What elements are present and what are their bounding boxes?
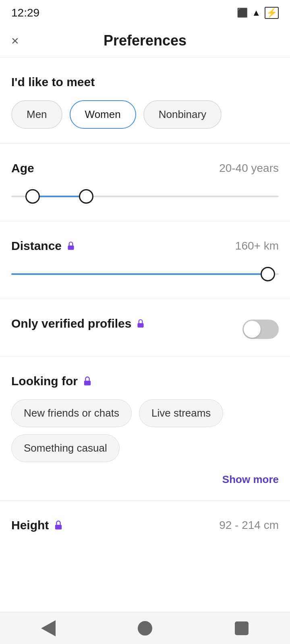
svg-rect-1 — [138, 323, 144, 328]
lock-icon-height — [53, 520, 64, 531]
meet-section: I'd like to meet Men Women Nonbinary — [0, 58, 290, 144]
header: × Preferences — [0, 24, 290, 58]
looking-for-section: Looking for New friends or chats Live st… — [0, 357, 290, 501]
distance-slider-fill — [11, 273, 268, 275]
distance-slider[interactable] — [11, 264, 279, 284]
status-time: 12:29 — [11, 6, 39, 19]
lock-icon-verified — [135, 318, 146, 329]
distance-slider-track — [11, 273, 279, 275]
looking-for-label: Looking for — [11, 374, 279, 388]
nav-back-button[interactable] — [38, 618, 59, 639]
chip-live-streams[interactable]: Live streams — [139, 399, 223, 427]
gender-btn-nonbinary[interactable]: Nonbinary — [143, 100, 222, 129]
svg-rect-2 — [84, 381, 91, 386]
chip-new-friends[interactable]: New friends or chats — [11, 399, 132, 427]
verified-label: Only verified profiles — [11, 317, 146, 330]
age-label: Age — [11, 161, 34, 175]
chips-container: New friends or chats Live streams Someth… — [11, 399, 279, 462]
nav-bar — [0, 612, 290, 644]
nav-recent-button[interactable] — [231, 618, 252, 639]
age-slider-fill — [33, 196, 86, 197]
wifi-icon: ▲ — [252, 8, 261, 18]
cast-icon: ⬛ — [237, 8, 248, 18]
verified-section: Only verified profiles — [0, 299, 290, 357]
age-slider-track — [11, 196, 279, 197]
distance-section: Distance 160+ km — [0, 221, 290, 299]
show-more-button[interactable]: Show more — [11, 470, 279, 486]
gender-buttons: Men Women Nonbinary — [11, 100, 279, 129]
height-label: Height — [11, 518, 64, 532]
age-slider-thumb-min[interactable] — [25, 189, 40, 204]
svg-rect-3 — [55, 525, 62, 530]
status-bar: 12:29 ⬛ ▲ ⚡ — [0, 0, 290, 24]
battery-icon: ⚡ — [265, 7, 279, 19]
gender-btn-men[interactable]: Men — [11, 100, 62, 129]
meet-label: I'd like to meet — [11, 75, 279, 89]
verified-toggle[interactable] — [242, 320, 279, 339]
lock-icon-looking-for — [82, 376, 93, 387]
recent-icon — [235, 621, 249, 635]
age-value: 20-40 years — [219, 162, 279, 175]
nav-home-button[interactable] — [135, 618, 155, 639]
lock-icon-distance — [66, 241, 76, 251]
svg-rect-0 — [68, 246, 74, 250]
age-slider[interactable] — [11, 186, 279, 206]
gender-btn-women[interactable]: Women — [70, 100, 136, 129]
distance-slider-thumb[interactable] — [261, 267, 275, 281]
distance-value: 160+ km — [235, 239, 279, 252]
verified-toggle-knob — [244, 321, 261, 338]
page-title: Preferences — [104, 32, 186, 49]
chip-something-casual[interactable]: Something casual — [11, 434, 120, 462]
age-slider-thumb-max[interactable] — [79, 189, 93, 204]
height-value: 92 - 214 cm — [219, 519, 279, 532]
close-button[interactable]: × — [11, 34, 19, 47]
home-icon — [138, 621, 152, 636]
status-icons: ⬛ ▲ ⚡ — [237, 7, 279, 19]
height-section: Height 92 - 214 cm — [0, 501, 290, 561]
distance-label: Distance — [11, 239, 76, 253]
verified-row: Only verified profiles — [11, 317, 279, 342]
age-section: Age 20-40 years — [0, 144, 290, 221]
back-icon — [41, 620, 56, 636]
